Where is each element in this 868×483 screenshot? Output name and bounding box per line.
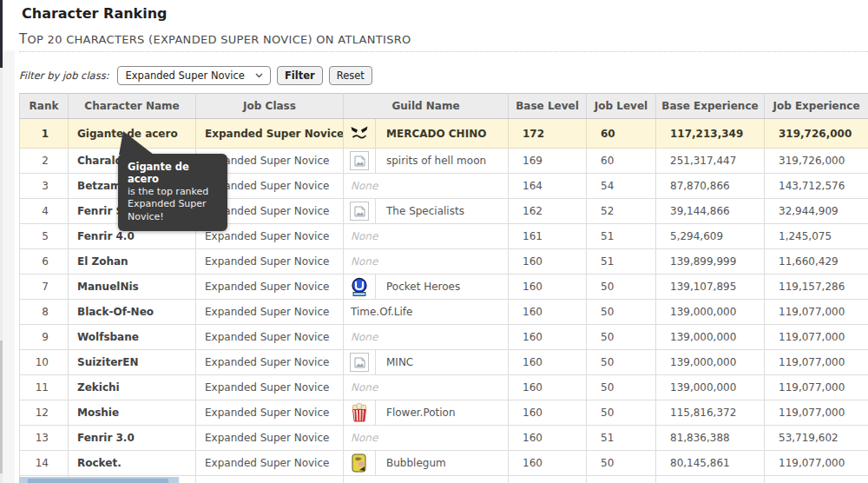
guild-cell: Bubblegum: [344, 451, 509, 476]
base-level-cell: 160: [509, 476, 587, 483]
guild-cell-content: Time.Of.Life: [344, 300, 508, 324]
guild-emblem-slot: [344, 119, 376, 148]
job-level-cell: 50: [587, 325, 656, 350]
filter-bar: Filter by job class: Expanded Super Novi…: [19, 66, 372, 85]
rank-cell: 10: [20, 350, 69, 375]
table-row[interactable]: 7 ManuelNis Expanded Super Novice Pocket…: [20, 275, 868, 300]
character-name-cell: El Zohan: [69, 249, 196, 275]
job-level-cell: 50: [587, 400, 656, 426]
table-header-row: RankCharacter NameJob ClassGuild NameBas…: [20, 94, 868, 119]
job-level-cell: 60: [587, 149, 656, 174]
guild-none-label: None: [344, 331, 378, 343]
base-exp-cell: 80,145,861: [656, 451, 765, 476]
guild-name: MERCADO CHINO: [376, 128, 486, 140]
job-exp-cell: 319,726,000: [765, 149, 868, 174]
filter-button[interactable]: Filter: [277, 66, 323, 85]
job-class-cell: Expanded Super Novice: [196, 451, 344, 476]
table-row[interactable]: 12 Moshie Expanded Super Novice Flower.P…: [20, 400, 868, 426]
guild-name: Flower.Potion: [376, 407, 456, 419]
base-exp-cell: 76,955,913: [656, 476, 765, 483]
column-header: Rank: [20, 94, 69, 119]
job-exp-cell: 119,077,000: [765, 350, 868, 375]
page-subtitle: TOP 20 CHARACTERS (EXPANDED SUPER NOVICE…: [19, 31, 868, 52]
rank-cell: 11: [20, 375, 69, 400]
table-row[interactable]: 14 Rocket. Expanded Super Novice Bubbleg…: [20, 451, 868, 476]
guild-none-label: None: [344, 381, 378, 394]
rank-cell: 3: [20, 174, 69, 199]
guild-emblem-pocket-heroes-icon: [350, 277, 369, 296]
table-row[interactable]: 11 Zekichi Expanded Super Novice None 16…: [20, 375, 868, 400]
job-class-cell: Expanded Super Novice: [196, 300, 344, 325]
base-level-cell: 160: [509, 375, 587, 400]
table-row[interactable]: 6 El Zohan Expanded Super Novice None 16…: [20, 249, 868, 275]
job-class-cell: Expanded Super Novice: [196, 249, 344, 275]
table-row[interactable]: 13 Fenrir 3.0 Expanded Super Novice None…: [20, 426, 868, 451]
guild-cell: Pocket Heroes: [344, 275, 509, 300]
guild-cell: None: [344, 375, 509, 400]
guild-cell: MINC: [344, 350, 509, 375]
table-row[interactable]: 10 SuiziterEN Expanded Super Novice MINC…: [20, 350, 868, 375]
guild-emblem-slot: [344, 149, 376, 173]
tooltip-tail: [119, 131, 154, 155]
guild-cell: None: [344, 476, 509, 483]
character-name-cell: ManuelNis: [69, 275, 196, 300]
rank-cell: 4: [20, 199, 69, 224]
character-name-cell: Zekichi: [69, 375, 196, 400]
guild-emblem-slot: [344, 451, 376, 475]
guild-emblem-bubblegum-icon: [352, 453, 367, 473]
rank-cell: 12: [20, 400, 69, 426]
job-level-cell: 50: [587, 451, 656, 476]
guild-none-label: None: [344, 255, 378, 268]
guild-name: The Specialists: [376, 205, 464, 217]
link-preview-bar: [19, 477, 179, 483]
base-level-cell: 160: [509, 350, 587, 375]
job-class-cell: Expanded Super Novice: [196, 350, 344, 375]
table-row[interactable]: 9 Wolfsbane Expanded Super Novice None 1…: [20, 325, 868, 350]
guild-name: Bubblegum: [376, 457, 446, 469]
base-exp-cell: 139,899,999: [656, 249, 765, 275]
guild-cell-content: Bubblegum: [344, 451, 508, 475]
guild-cell: None: [344, 174, 509, 199]
job-exp-cell: 319,726,000: [765, 119, 868, 149]
base-level-cell: 160: [509, 300, 587, 325]
base-exp-cell: 87,870,866: [656, 174, 765, 199]
base-level-cell: 161: [509, 224, 587, 249]
table-row[interactable]: 8 Black-Of-Neo Expanded Super Novice Tim…: [20, 300, 868, 325]
guild-cell: None: [344, 426, 509, 451]
column-header: Base Experience: [656, 94, 765, 119]
tooltip-body: is the top ranked Expanded Super Novice!: [128, 186, 218, 223]
chevron-down-icon: [255, 73, 263, 78]
character-name-cell: SuiziterEN: [69, 350, 196, 375]
job-class-cell: Expanded Super Novice: [196, 400, 344, 426]
guild-cell-content: MERCADO CHINO: [344, 119, 508, 148]
column-header: Job Class: [196, 94, 344, 119]
guild-cell-content: None: [344, 426, 508, 450]
rank-cell: 8: [20, 300, 69, 325]
job-level-cell: 60: [587, 119, 656, 149]
guild-cell-content: None: [344, 224, 508, 248]
guild-cell: spirits of hell moon: [344, 149, 509, 174]
job-exp-cell: 1,245,075: [765, 224, 868, 249]
base-level-cell: 160: [509, 451, 587, 476]
job-exp-cell: 119,077,000: [765, 375, 868, 400]
guild-cell: None: [344, 249, 509, 275]
guild-emblem-slot: [344, 350, 376, 374]
job-exp-cell: 119,077,000: [765, 300, 868, 325]
guild-cell-content: MINC: [344, 350, 508, 374]
job-level-cell: 50: [587, 350, 656, 375]
job-exp-cell: 11,660,429: [765, 249, 868, 275]
column-header: Base Level: [509, 94, 587, 119]
filter-label: Filter by job class:: [19, 69, 109, 82]
rank-cell: 2: [20, 149, 69, 174]
job-class-cell: Expanded Super Novice: [196, 375, 344, 400]
guild-cell-content: None: [344, 174, 508, 198]
base-level-cell: 160: [509, 426, 587, 451]
job-level-cell: 50: [587, 300, 656, 325]
guild-cell: MERCADO CHINO: [344, 119, 509, 149]
guild-cell-content: None: [344, 375, 508, 400]
reset-button[interactable]: Reset: [329, 66, 372, 85]
job-class-select[interactable]: Expanded Super Novice: [117, 66, 271, 85]
job-level-cell: 50: [587, 275, 656, 300]
guild-cell-content: None: [344, 325, 508, 349]
base-level-cell: 160: [509, 275, 587, 300]
